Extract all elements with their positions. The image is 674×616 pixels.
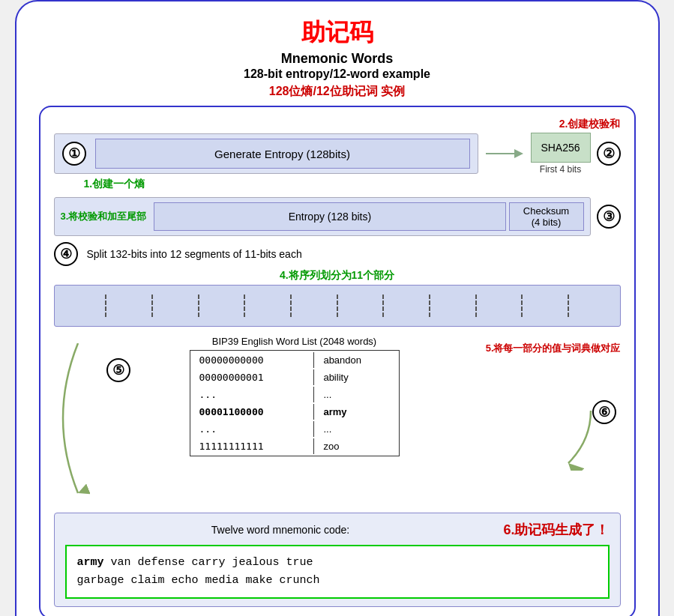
row-entropy: ① Generate Entropy (128bits) SHA256: [54, 133, 621, 175]
bits-cell: 00000000001: [192, 369, 315, 385]
seg-10: [475, 295, 522, 317]
twelve-word-label: Twelve word mnemonic code:: [65, 524, 496, 536]
entropy-section: ① Generate Entropy (128bits): [54, 133, 478, 174]
seg-3: [151, 295, 198, 317]
split-text: Split 132-bits into 12 segments of 11-bi…: [87, 248, 302, 260]
word-cell: zoo: [316, 438, 397, 454]
seg-12: [568, 295, 614, 317]
bip39-col: ⑤ BIP39 English Word List (2048 words) 0…: [106, 336, 448, 508]
seg-6: [290, 295, 337, 317]
bits-cell: ...: [192, 387, 315, 402]
seg-11: [521, 295, 568, 317]
seg-7: [337, 295, 383, 317]
mnemonic-output: army van defense carry jealous true garb…: [65, 545, 610, 599]
entropy-generate-box: Generate Entropy (128bits): [95, 139, 470, 169]
circle-3: ③: [597, 205, 621, 229]
word-cell: ability: [316, 369, 397, 385]
step5-label: 5.将每一部分的值与词典做对应: [456, 342, 621, 355]
right-col: 5.将每一部分的值与词典做对应 ⑥: [456, 336, 621, 508]
seg-8: [382, 295, 429, 317]
word-cell: ...: [316, 421, 397, 437]
diagram-outer-box: 2.创建校验和 ① Generate Entropy (128bits): [39, 106, 636, 616]
word-cell-army: army: [316, 404, 397, 420]
step1-label: 1.创建一个熵: [84, 178, 621, 191]
left-arrows: [54, 336, 99, 508]
circle-1: ①: [62, 142, 86, 166]
circle-2: ②: [597, 142, 621, 166]
word-cell: abandon: [316, 352, 397, 368]
table-row-highlighted: 00001100000 army: [192, 404, 397, 420]
section6-wrapper: Twelve word mnemonic code: 6.助记码生成了！ arm…: [54, 513, 621, 607]
step6-label: 6.助记码生成了！: [503, 521, 609, 539]
mnemonic-line2: garbage claim echo media make crunch: [77, 572, 598, 590]
seg-4: [198, 295, 244, 317]
step2-label: 2.创建校验和: [559, 118, 621, 131]
row-checksum: 3.将校验和加至尾部 Entropy (128 bits) Checksum (…: [54, 197, 621, 236]
seg-2: [105, 295, 151, 317]
bip39-label: BIP39 English Word List (2048 words): [141, 336, 448, 347]
seg-9: [429, 295, 475, 317]
seg-1: [61, 295, 106, 317]
curved-arrow-left: [55, 343, 97, 508]
word-cell: ...: [316, 387, 397, 402]
arrow-to-output: [553, 411, 598, 474]
checksum-section: 3.将校验和加至尾部 Entropy (128 bits) Checksum (…: [54, 197, 591, 236]
seg-5: [244, 295, 290, 317]
mnemonic-rest-line1: van defense carry jealous true: [104, 556, 313, 569]
bits-cell-army: 00001100000: [192, 404, 315, 420]
bip39-area: ⑤ BIP39 English Word List (2048 words) 0…: [106, 336, 448, 456]
title-cn2: 128位熵/12位助记词 实例: [39, 84, 636, 100]
arrow-svg: [486, 146, 523, 161]
bits-cell: 00000000000: [192, 352, 315, 368]
arrow-svg-down: [553, 411, 598, 471]
bits-cell: ...: [192, 421, 315, 437]
title-en1: Mnemonic Words: [39, 51, 636, 67]
circle-5: ⑤: [106, 358, 130, 382]
sha256-box: SHA256: [531, 133, 591, 163]
entropy128-box: Entropy (128 bits): [154, 202, 505, 231]
title-en2: 128-bit entropy/12-word example: [39, 67, 636, 81]
mnemonic-bold-word: army: [77, 556, 104, 569]
title-cn: 助记码: [39, 16, 636, 49]
segments-bar: [54, 285, 621, 327]
circle-4: ④: [54, 242, 78, 266]
mnemonic-line1: army van defense carry jealous true: [77, 554, 598, 572]
section6-header: Twelve word mnemonic code: 6.助记码生成了！: [65, 521, 610, 539]
step4-label: 4.将序列划分为11个部分: [54, 269, 621, 283]
sha-section: SHA256 First 4 bits: [531, 133, 591, 175]
table-row: 00000000001 ability: [192, 369, 397, 385]
row-split-header: ④ Split 132-bits into 12 segments of 11-…: [54, 242, 621, 266]
bits-cell: 11111111111: [192, 438, 315, 454]
arrow-to-sha: [486, 146, 523, 161]
first4bits-label: First 4 bits: [540, 164, 581, 175]
segment-dividers: [61, 295, 614, 317]
bip39-table-wrapper: BIP39 English Word List (2048 words) 000…: [141, 336, 448, 456]
main-container: 助记码 Mnemonic Words 128-bit entropy/12-wo…: [15, 0, 660, 616]
bottom-section: ⑤ BIP39 English Word List (2048 words) 0…: [54, 336, 621, 508]
table-row: ... ...: [192, 387, 397, 402]
table-row: 11111111111 zoo: [192, 438, 397, 454]
table-row: ... ...: [192, 421, 397, 437]
checksum-box: Checksum (4 bits): [509, 202, 584, 231]
bip39-table: 00000000000 abandon 00000000001 ability …: [190, 350, 400, 456]
step3-label: 3.将校验和加至尾部: [61, 210, 147, 223]
table-row: 00000000000 abandon: [192, 352, 397, 368]
